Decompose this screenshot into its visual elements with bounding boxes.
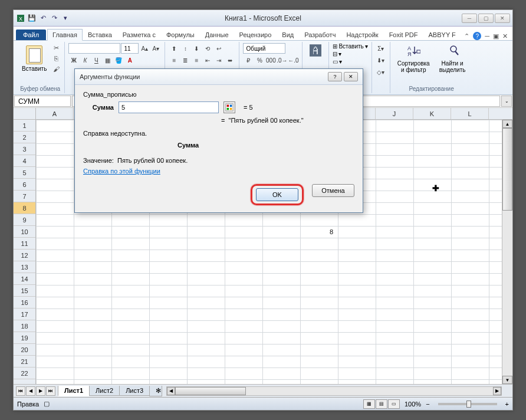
currency-icon[interactable]: ₽ — [243, 55, 254, 65]
sheet-tab-3[interactable]: Лист3 — [119, 386, 150, 396]
autosum-icon[interactable]: Σ▾ — [376, 43, 386, 54]
decrease-indent-icon[interactable]: ⇤ — [202, 55, 213, 65]
align-right-icon[interactable]: ≡ — [191, 55, 202, 65]
help-link[interactable]: Справка по этой функции — [83, 168, 160, 175]
range-select-button[interactable] — [223, 101, 235, 113]
dialog-titlebar[interactable]: Аргументы функции ? ✕ — [75, 69, 363, 85]
column-header[interactable]: K — [413, 108, 451, 119]
align-middle-icon[interactable]: ↕ — [180, 43, 190, 54]
row-header[interactable]: 16 — [14, 297, 35, 309]
row-header[interactable]: 19 — [14, 332, 35, 344]
expand-formula-bar-icon[interactable]: ⌄ — [501, 96, 512, 107]
find-select-button[interactable]: Найти и выделить — [436, 43, 469, 74]
zoom-thumb[interactable] — [466, 401, 471, 408]
wrap-text-icon[interactable]: ↩ — [213, 43, 224, 54]
cell-styles-button[interactable]: 🅰 — [306, 43, 325, 59]
number-format-combo[interactable]: Общий — [243, 43, 285, 54]
italic-icon[interactable]: К — [80, 55, 90, 65]
tab-layout[interactable]: Разметка с — [117, 29, 161, 40]
zoom-out-icon[interactable]: − — [426, 401, 429, 408]
tab-first-icon[interactable]: ⏮ — [16, 386, 25, 396]
row-header[interactable]: 11 — [14, 238, 35, 250]
help-icon[interactable]: ? — [473, 32, 481, 40]
row-header[interactable]: 18 — [14, 320, 35, 332]
maximize-button[interactable]: ▢ — [478, 14, 494, 23]
sheet-tab-2[interactable]: Лист2 — [89, 386, 120, 396]
underline-icon[interactable]: Ч — [91, 55, 101, 65]
bold-icon[interactable]: Ж — [68, 55, 79, 65]
sort-filter-button[interactable]: АЯ Сортировка и фильтр — [394, 43, 433, 74]
grow-font-icon[interactable]: A▴ — [139, 43, 150, 54]
tab-view[interactable]: Вид — [277, 29, 299, 40]
align-top-icon[interactable]: ⬆ — [169, 43, 179, 54]
copy-icon[interactable]: ⎘ — [51, 54, 61, 63]
tab-insert[interactable]: Вставка — [83, 29, 117, 40]
insert-cells-button[interactable]: ⊞ Вставить ▾ — [333, 43, 367, 50]
delete-cells-button[interactable]: ⊟▾ — [333, 51, 367, 57]
new-sheet-icon[interactable]: ✻ — [149, 386, 162, 396]
save-icon[interactable]: 💾 — [27, 14, 37, 23]
merge-icon[interactable]: ⬌ — [225, 55, 235, 65]
view-normal-icon[interactable]: ▦ — [363, 399, 375, 409]
tab-prev-icon[interactable]: ◀ — [26, 386, 35, 396]
row-header[interactable]: 20 — [14, 344, 35, 356]
qat-dropdown-icon[interactable]: ▾ — [61, 14, 70, 23]
format-cells-button[interactable]: ▭▾ — [333, 58, 367, 65]
macro-record-icon[interactable]: ▢ — [44, 400, 50, 408]
vertical-scrollbar[interactable]: ▲ ▼ — [502, 120, 512, 384]
tab-addins[interactable]: Надстройк — [341, 29, 383, 40]
row-header[interactable]: 12 — [14, 250, 35, 261]
tab-formulas[interactable]: Формулы — [161, 29, 200, 40]
view-page-layout-icon[interactable]: ▤ — [376, 399, 387, 409]
border-icon[interactable]: ▦ — [102, 55, 113, 65]
select-all-corner[interactable] — [14, 108, 36, 120]
tab-foxit[interactable]: Foxit PDF — [384, 29, 423, 40]
tab-last-icon[interactable]: ⏭ — [46, 386, 55, 396]
font-size-combo[interactable]: 11 — [121, 43, 139, 54]
align-bottom-icon[interactable]: ⬇ — [191, 43, 202, 54]
cut-icon[interactable]: ✂ — [51, 43, 61, 52]
row-header[interactable]: 3 — [14, 143, 35, 155]
doc-minimize-icon[interactable]: ─ — [485, 32, 489, 40]
hscroll-thumb[interactable] — [175, 387, 246, 395]
tab-developer[interactable]: Разработч — [299, 29, 341, 40]
zoom-in-icon[interactable]: + — [505, 401, 509, 408]
inc-decimal-icon[interactable]: .0→ — [277, 55, 287, 65]
fill-icon[interactable]: ⬇▾ — [376, 55, 386, 65]
close-button[interactable]: ✕ — [495, 14, 510, 23]
row-header[interactable]: 4 — [14, 155, 35, 167]
column-header[interactable]: J — [376, 108, 413, 119]
font-color-icon[interactable]: A — [124, 55, 135, 65]
cell-h10[interactable]: 8 — [303, 227, 336, 237]
align-center-icon[interactable]: ≣ — [180, 55, 190, 65]
row-header[interactable]: 22 — [14, 368, 35, 379]
column-header[interactable]: L — [451, 108, 489, 119]
row-header[interactable]: 2 — [14, 132, 35, 143]
scroll-down-icon[interactable]: ▼ — [502, 376, 512, 384]
scroll-up-icon[interactable]: ▲ — [502, 120, 512, 128]
minimize-button[interactable]: ─ — [462, 14, 477, 23]
row-header[interactable]: 5 — [14, 167, 35, 179]
row-header[interactable]: 14 — [14, 273, 35, 285]
name-box[interactable] — [14, 96, 71, 107]
scroll-left-icon[interactable]: ◀ — [167, 387, 175, 395]
comma-icon[interactable]: 000 — [265, 55, 276, 65]
dialog-help-button[interactable]: ? — [328, 72, 342, 81]
increase-indent-icon[interactable]: ⇥ — [213, 55, 224, 65]
row-header[interactable]: 10 — [14, 226, 35, 238]
scroll-right-icon[interactable]: ▶ — [493, 387, 501, 395]
redo-icon[interactable]: ↷ — [50, 14, 59, 23]
ribbon-minimize-icon[interactable]: ⌃ — [464, 32, 469, 40]
cancel-button[interactable]: Отмена — [312, 184, 354, 197]
dialog-close-button[interactable]: ✕ — [344, 72, 358, 81]
sheet-tab-1[interactable]: Лист1 — [58, 386, 90, 396]
doc-close-icon[interactable]: ✕ — [502, 32, 508, 40]
vscroll-thumb[interactable] — [502, 128, 512, 211]
arg-input[interactable] — [119, 101, 219, 113]
tab-data[interactable]: Данные — [200, 29, 234, 40]
orientation-icon[interactable]: ⟲ — [202, 43, 213, 54]
row-header[interactable]: 9 — [14, 214, 35, 226]
doc-restore-icon[interactable]: ▣ — [493, 32, 499, 40]
align-left-icon[interactable]: ≡ — [169, 55, 179, 65]
tab-next-icon[interactable]: ▶ — [36, 386, 45, 396]
